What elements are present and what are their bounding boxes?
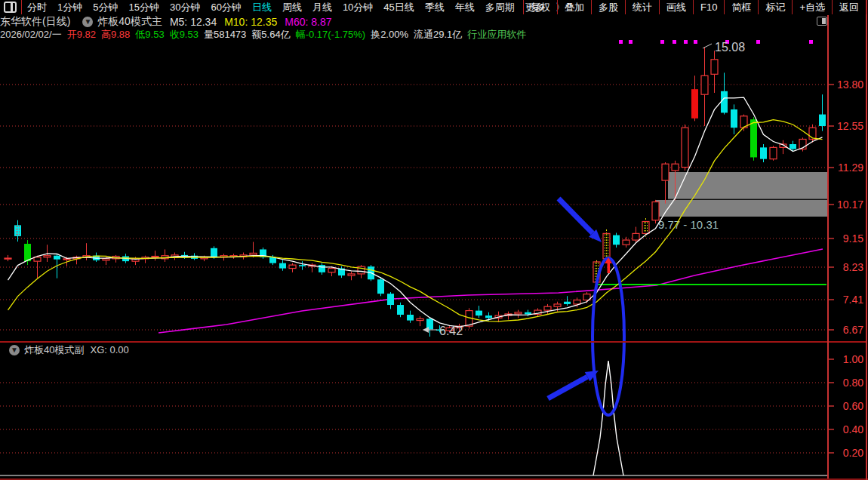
candle-body bbox=[103, 259, 109, 260]
candle-body bbox=[279, 263, 286, 269]
candle-body bbox=[731, 109, 737, 128]
price-range-box bbox=[668, 172, 828, 199]
quote-date: 2026/02/02/一 bbox=[0, 28, 62, 42]
candle-body bbox=[24, 244, 31, 261]
period-tab-季线[interactable]: 季线 bbox=[420, 2, 450, 13]
candle-body bbox=[750, 119, 757, 157]
quote-field: 行业应用软件 bbox=[467, 29, 526, 40]
sub-indicator-title-bar: ▼ 炸板40模式副 XG: 0.00 bbox=[0, 343, 533, 356]
price-axis-label: 7.41 bbox=[843, 294, 863, 306]
candle-body bbox=[397, 305, 404, 315]
candle-body bbox=[790, 144, 796, 149]
quote-field: 量581473 bbox=[204, 29, 246, 40]
period-tab-15分钟[interactable]: 15分钟 bbox=[123, 2, 164, 13]
price-range-box bbox=[655, 200, 828, 217]
period-tab-10分钟[interactable]: 10分钟 bbox=[337, 2, 378, 13]
ma-value-labels: M5: 12.34M10: 12.35M60: 8.87 bbox=[170, 16, 340, 28]
tool-button-返回[interactable]: 返回 bbox=[832, 0, 866, 14]
candle-body bbox=[387, 294, 394, 305]
sub-indicator-value: XG: 0.00 bbox=[90, 344, 128, 355]
panel-toggle-icon[interactable] bbox=[817, 17, 827, 26]
candle-body bbox=[721, 91, 728, 113]
candle-body bbox=[250, 253, 257, 254]
candle-body bbox=[515, 312, 522, 314]
candle-body bbox=[691, 89, 698, 118]
period-tab-日线[interactable]: 日线 bbox=[247, 2, 277, 13]
candle-body bbox=[662, 164, 669, 180]
period-tab-年线[interactable]: 年线 bbox=[450, 2, 480, 13]
candle-body bbox=[652, 202, 659, 220]
candle-body bbox=[770, 147, 777, 158]
tool-button-复权[interactable]: 复权 bbox=[523, 0, 557, 14]
main-indicator-name[interactable]: 炸板40模式主 bbox=[97, 15, 162, 29]
chevron-down-circle-icon[interactable]: ▼ bbox=[9, 345, 20, 355]
candle-body bbox=[152, 257, 159, 257]
period-tab-分时[interactable]: 分时 bbox=[22, 2, 52, 13]
tool-button-标记[interactable]: 标记 bbox=[758, 0, 792, 14]
stock-chart-canvas[interactable]: 10.31 - 11.219.77 - 10.3115.086.4213.801… bbox=[0, 0, 868, 480]
period-tab-60分钟[interactable]: 60分钟 bbox=[205, 2, 246, 13]
candle-body bbox=[319, 265, 325, 272]
candle-body bbox=[672, 164, 679, 171]
sub-axis-label: 0.20 bbox=[843, 447, 863, 459]
quote-field: 开9.82 bbox=[67, 29, 96, 40]
period-tab-周线[interactable]: 周线 bbox=[277, 2, 307, 13]
candle-body bbox=[5, 258, 11, 259]
high-pointer-line bbox=[703, 44, 712, 48]
candle-body bbox=[377, 279, 384, 294]
candle-body bbox=[54, 256, 60, 260]
price-axis-label: 9.15 bbox=[843, 232, 863, 245]
period-items: 分时1分钟5分钟15分钟30分钟60分钟日线周线月线10分钟45日线季线年线多周… bbox=[22, 1, 550, 14]
quote-field: 收9.53 bbox=[170, 29, 199, 40]
period-tab-5分钟[interactable]: 5分钟 bbox=[88, 2, 123, 13]
ma-label: M60: 8.87 bbox=[285, 16, 331, 28]
period-tab-多周期[interactable]: 多周期 bbox=[480, 2, 520, 13]
price-axis-label: 8.23 bbox=[843, 261, 863, 273]
sub-signal-spike bbox=[593, 361, 623, 475]
tool-button-统计[interactable]: 统计 bbox=[625, 0, 659, 14]
candle-body bbox=[34, 257, 41, 261]
candle-body bbox=[633, 233, 639, 240]
candle-body bbox=[574, 300, 580, 304]
period-tab-45日线[interactable]: 45日线 bbox=[378, 2, 419, 13]
candle-body bbox=[564, 302, 571, 304]
window-panel-icon[interactable] bbox=[4, 2, 17, 13]
candle-body bbox=[760, 147, 767, 158]
candle-body bbox=[623, 240, 629, 245]
tool-button-叠加[interactable]: 叠加 bbox=[557, 0, 591, 14]
candle-body bbox=[554, 304, 561, 306]
tool-button-多股[interactable]: 多股 bbox=[591, 0, 625, 14]
ma-label: M10: 12.35 bbox=[224, 16, 277, 28]
chart-title-bar: 东华软件(日线) ▼ 炸板40模式主 M5: 12.34M10: 12.35M6… bbox=[0, 15, 827, 28]
tool-button-F10[interactable]: F10 bbox=[693, 0, 724, 14]
sub-indicator-name[interactable]: 炸板40模式副 bbox=[24, 343, 84, 357]
sub-axis-label: 1.00 bbox=[843, 353, 863, 365]
period-tab-月线[interactable]: 月线 bbox=[307, 2, 337, 13]
ma-label: M5: 12.34 bbox=[170, 16, 217, 28]
chevron-down-circle-icon[interactable]: ▼ bbox=[82, 17, 93, 27]
quote-field: 高9.88 bbox=[101, 29, 130, 40]
sub-axis-label: 0.40 bbox=[843, 423, 863, 435]
sub-axis-label: 0.60 bbox=[843, 400, 863, 412]
sub-axis-label: 0.80 bbox=[843, 377, 863, 389]
quote-field: 幅-0.17(-1.75%) bbox=[296, 29, 365, 40]
tool-button-+自选[interactable]: +自选 bbox=[792, 0, 832, 14]
candle-body bbox=[613, 235, 620, 245]
price-axis-label: 12.55 bbox=[837, 120, 863, 132]
candle-body bbox=[819, 115, 826, 126]
candle-body bbox=[407, 315, 414, 321]
price-range-label: 9.77 - 10.31 bbox=[658, 218, 719, 231]
price-axis-label: 13.80 bbox=[837, 78, 863, 91]
candle-body bbox=[299, 265, 306, 266]
candle-body bbox=[711, 60, 718, 75]
high-price-label: 15.08 bbox=[715, 41, 745, 54]
annotation-arrow-sub-shaft bbox=[548, 377, 587, 398]
period-tab-1分钟[interactable]: 1分钟 bbox=[52, 2, 88, 13]
candle-body bbox=[211, 248, 217, 257]
candle-body bbox=[348, 274, 355, 275]
tool-button-简框[interactable]: 简框 bbox=[724, 0, 758, 14]
candle-body bbox=[485, 315, 492, 318]
period-tab-30分钟[interactable]: 30分钟 bbox=[165, 2, 205, 13]
candle-body bbox=[289, 265, 296, 268]
tool-button-画线[interactable]: 画线 bbox=[659, 0, 693, 14]
